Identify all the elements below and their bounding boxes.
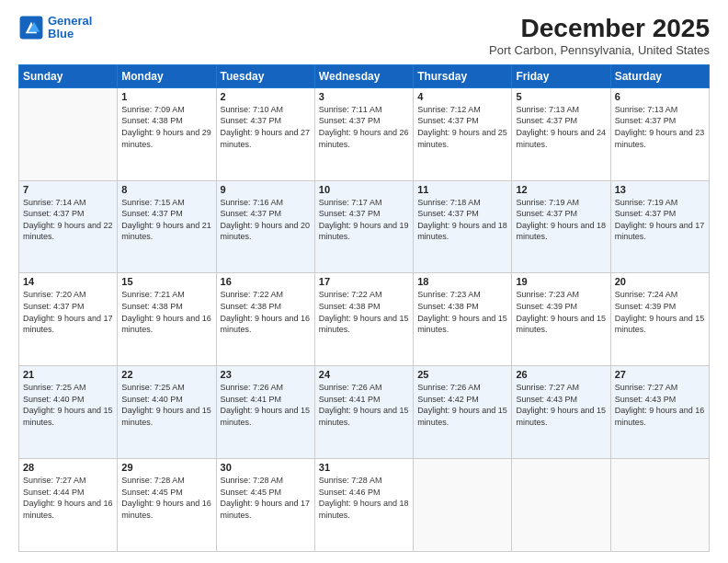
calendar-cell: 28Sunrise: 7:27 AMSunset: 4:44 PMDayligh… (19, 459, 118, 552)
day-number: 27 (615, 369, 705, 380)
calendar-week-row: 14Sunrise: 7:20 AMSunset: 4:37 PMDayligh… (19, 273, 710, 366)
day-info: Sunrise: 7:15 AMSunset: 4:37 PMDaylight:… (121, 197, 211, 243)
calendar-cell: 2Sunrise: 7:10 AMSunset: 4:37 PMDaylight… (216, 87, 314, 180)
calendar-cell (512, 459, 610, 552)
day-number: 12 (516, 184, 606, 195)
calendar-cell: 20Sunrise: 7:24 AMSunset: 4:39 PMDayligh… (610, 273, 709, 366)
day-number: 20 (615, 276, 705, 287)
day-info: Sunrise: 7:18 AMSunset: 4:37 PMDaylight:… (417, 197, 507, 243)
day-number: 16 (221, 276, 311, 287)
day-info: Sunrise: 7:23 AMSunset: 4:39 PMDaylight:… (516, 289, 606, 335)
day-number: 25 (417, 369, 507, 380)
calendar-cell: 11Sunrise: 7:18 AMSunset: 4:37 PMDayligh… (414, 180, 512, 273)
day-info: Sunrise: 7:10 AMSunset: 4:37 PMDaylight:… (221, 104, 311, 150)
header: General Blue December 2025 Port Carbon, … (18, 15, 710, 57)
calendar-cell: 23Sunrise: 7:26 AMSunset: 4:41 PMDayligh… (216, 366, 314, 459)
calendar-cell: 12Sunrise: 7:19 AMSunset: 4:37 PMDayligh… (512, 180, 610, 273)
day-info: Sunrise: 7:25 AMSunset: 4:40 PMDaylight:… (121, 382, 211, 428)
calendar-cell (414, 459, 512, 552)
calendar-cell: 7Sunrise: 7:14 AMSunset: 4:37 PMDaylight… (19, 180, 118, 273)
calendar-cell: 29Sunrise: 7:28 AMSunset: 4:45 PMDayligh… (118, 459, 216, 552)
calendar-cell: 30Sunrise: 7:28 AMSunset: 4:45 PMDayligh… (216, 459, 314, 552)
day-info: Sunrise: 7:25 AMSunset: 4:40 PMDaylight:… (23, 382, 113, 428)
day-number: 9 (221, 184, 311, 195)
day-number: 1 (121, 91, 211, 102)
day-number: 18 (417, 276, 507, 287)
day-number: 21 (23, 369, 113, 380)
month-title: December 2025 (489, 15, 710, 43)
logo-icon (18, 15, 44, 40)
day-info: Sunrise: 7:09 AMSunset: 4:38 PMDaylight:… (121, 104, 211, 150)
day-number: 29 (121, 462, 211, 473)
calendar-cell: 25Sunrise: 7:26 AMSunset: 4:42 PMDayligh… (414, 366, 512, 459)
day-number: 23 (221, 369, 311, 380)
day-info: Sunrise: 7:22 AMSunset: 4:38 PMDaylight:… (221, 289, 311, 335)
calendar-cell: 1Sunrise: 7:09 AMSunset: 4:38 PMDaylight… (118, 87, 216, 180)
calendar-cell: 9Sunrise: 7:16 AMSunset: 4:37 PMDaylight… (216, 180, 314, 273)
calendar-cell: 13Sunrise: 7:19 AMSunset: 4:37 PMDayligh… (610, 180, 709, 273)
day-info: Sunrise: 7:26 AMSunset: 4:42 PMDaylight:… (417, 382, 507, 428)
day-number: 19 (516, 276, 606, 287)
calendar-cell: 16Sunrise: 7:22 AMSunset: 4:38 PMDayligh… (216, 273, 314, 366)
weekday-header: Thursday (414, 64, 512, 87)
day-number: 11 (417, 184, 507, 195)
day-number: 6 (615, 91, 705, 102)
day-info: Sunrise: 7:22 AMSunset: 4:38 PMDaylight:… (319, 289, 409, 335)
day-info: Sunrise: 7:17 AMSunset: 4:37 PMDaylight:… (319, 197, 409, 243)
day-number: 10 (319, 184, 409, 195)
day-number: 26 (516, 369, 606, 380)
calendar-week-row: 1Sunrise: 7:09 AMSunset: 4:38 PMDaylight… (19, 87, 710, 180)
calendar-table: SundayMondayTuesdayWednesdayThursdayFrid… (18, 64, 710, 552)
calendar-cell: 14Sunrise: 7:20 AMSunset: 4:37 PMDayligh… (19, 273, 118, 366)
calendar-cell: 22Sunrise: 7:25 AMSunset: 4:40 PMDayligh… (118, 366, 216, 459)
day-info: Sunrise: 7:19 AMSunset: 4:37 PMDaylight:… (516, 197, 606, 243)
day-number: 2 (221, 91, 311, 102)
calendar-cell: 10Sunrise: 7:17 AMSunset: 4:37 PMDayligh… (314, 180, 413, 273)
calendar-cell: 26Sunrise: 7:27 AMSunset: 4:43 PMDayligh… (512, 366, 610, 459)
day-info: Sunrise: 7:21 AMSunset: 4:38 PMDaylight:… (121, 289, 211, 335)
calendar-cell (610, 459, 709, 552)
weekday-header: Wednesday (314, 64, 413, 87)
day-number: 4 (417, 91, 507, 102)
calendar-cell: 19Sunrise: 7:23 AMSunset: 4:39 PMDayligh… (512, 273, 610, 366)
calendar-cell: 17Sunrise: 7:22 AMSunset: 4:38 PMDayligh… (314, 273, 413, 366)
day-number: 28 (23, 462, 113, 473)
day-number: 15 (121, 276, 211, 287)
day-number: 14 (23, 276, 113, 287)
logo: General Blue (18, 15, 92, 41)
day-number: 17 (319, 276, 409, 287)
day-number: 31 (319, 462, 409, 473)
calendar-cell (19, 87, 118, 180)
calendar-cell: 31Sunrise: 7:28 AMSunset: 4:46 PMDayligh… (314, 459, 413, 552)
day-info: Sunrise: 7:14 AMSunset: 4:37 PMDaylight:… (23, 197, 113, 243)
day-number: 24 (319, 369, 409, 380)
title-block: December 2025 Port Carbon, Pennsylvania,… (489, 15, 710, 57)
day-info: Sunrise: 7:12 AMSunset: 4:37 PMDaylight:… (417, 104, 507, 150)
day-info: Sunrise: 7:28 AMSunset: 4:46 PMDaylight:… (319, 475, 409, 521)
day-info: Sunrise: 7:27 AMSunset: 4:43 PMDaylight:… (615, 382, 705, 428)
day-info: Sunrise: 7:26 AMSunset: 4:41 PMDaylight:… (221, 382, 311, 428)
calendar-cell: 24Sunrise: 7:26 AMSunset: 4:41 PMDayligh… (314, 366, 413, 459)
calendar-week-row: 7Sunrise: 7:14 AMSunset: 4:37 PMDaylight… (19, 180, 710, 273)
calendar-week-row: 21Sunrise: 7:25 AMSunset: 4:40 PMDayligh… (19, 366, 710, 459)
calendar-header-row: SundayMondayTuesdayWednesdayThursdayFrid… (19, 64, 710, 87)
day-number: 7 (23, 184, 113, 195)
day-number: 13 (615, 184, 705, 195)
logo-line1: General (48, 14, 92, 28)
calendar-cell: 5Sunrise: 7:13 AMSunset: 4:37 PMDaylight… (512, 87, 610, 180)
weekday-header: Sunday (19, 64, 118, 87)
location: Port Carbon, Pennsylvania, United States (489, 43, 710, 57)
calendar-cell: 27Sunrise: 7:27 AMSunset: 4:43 PMDayligh… (610, 366, 709, 459)
day-info: Sunrise: 7:28 AMSunset: 4:45 PMDaylight:… (121, 475, 211, 521)
calendar-cell: 4Sunrise: 7:12 AMSunset: 4:37 PMDaylight… (414, 87, 512, 180)
day-info: Sunrise: 7:27 AMSunset: 4:44 PMDaylight:… (23, 475, 113, 521)
weekday-header: Saturday (610, 64, 709, 87)
weekday-header: Friday (512, 64, 610, 87)
calendar-cell: 18Sunrise: 7:23 AMSunset: 4:38 PMDayligh… (414, 273, 512, 366)
day-number: 3 (319, 91, 409, 102)
day-info: Sunrise: 7:23 AMSunset: 4:38 PMDaylight:… (417, 289, 507, 335)
calendar-cell: 3Sunrise: 7:11 AMSunset: 4:37 PMDaylight… (314, 87, 413, 180)
day-number: 5 (516, 91, 606, 102)
day-info: Sunrise: 7:13 AMSunset: 4:37 PMDaylight:… (516, 104, 606, 150)
calendar-cell: 8Sunrise: 7:15 AMSunset: 4:37 PMDaylight… (118, 180, 216, 273)
